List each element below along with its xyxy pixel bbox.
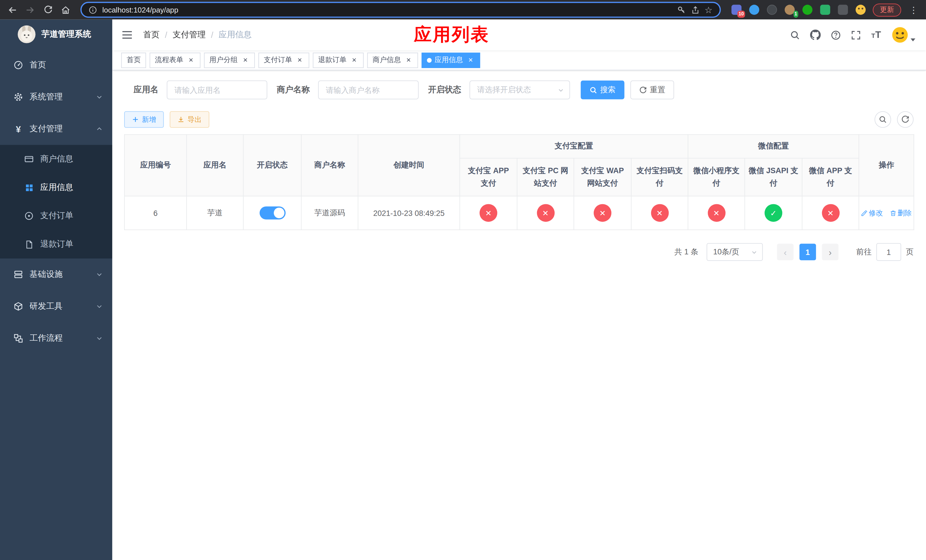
forward-button[interactable] [23,2,38,17]
password-key-icon[interactable] [677,5,686,14]
close-icon[interactable] [295,56,304,64]
col-header-app-name: 应用名 [186,135,243,196]
extension-avatar-circle[interactable]: 1 [783,3,796,16]
extension-green-square[interactable] [819,3,831,16]
share-icon[interactable] [691,6,699,14]
extensions-area: 10 1 [730,3,867,16]
reload-button[interactable] [40,2,56,17]
col-header-actions: 操作 [859,135,914,196]
close-icon[interactable] [350,56,358,64]
bookmark-star-icon[interactable]: ☆ [705,5,713,14]
sidebar-item-refund-orders[interactable]: 退款订单 [0,230,112,259]
search-button[interactable]: 搜索 [581,80,625,99]
delete-link[interactable]: 删除 [890,208,912,218]
browser-update-button[interactable]: 更新 [873,3,901,16]
chevron-down-icon [96,303,103,310]
breadcrumb-separator: / [211,30,213,39]
close-icon[interactable] [404,56,413,64]
sidebar-item-label: 工作流程 [30,333,63,344]
group-header-alipay: 支付宝配置 [460,135,688,158]
refresh-table-button[interactable] [897,111,914,128]
col-header-wechat-app: 微信 APP 支付 [802,158,859,196]
close-icon[interactable] [466,56,475,64]
tag-merchant-info[interactable]: 商户信息 [367,52,418,68]
status-toggle[interactable] [259,206,285,219]
cell-merchant: 芋道源码 [301,196,358,230]
sidebar-item-label: 首页 [30,60,46,70]
search-icon[interactable] [790,30,800,40]
sidebar-item-payment-orders[interactable]: 支付订单 [0,202,112,230]
table-row: 6 芋道 芋道源码 2021-10-23 08:49:25 [124,196,914,230]
chevron-down-icon [96,94,103,101]
close-icon[interactable] [187,56,195,64]
browser-menu-button[interactable]: ⋮ [907,3,920,16]
tag-payment-orders[interactable]: 支付订单 [258,52,309,68]
address-bar[interactable]: localhost:1024/pay/app ☆ [80,2,721,18]
user-menu[interactable] [891,26,915,44]
edit-link[interactable]: 修改 [861,208,883,218]
server-icon [13,270,24,279]
tag-home[interactable]: 首页 [121,52,146,68]
close-icon[interactable] [241,56,250,64]
help-icon[interactable] [831,30,841,40]
logo-avatar [18,25,35,43]
sidebar-logo[interactable]: 芋道管理系统 [0,20,112,49]
page-content: 应用名 商户名称 开启状态 请选择开启状态 搜索 [112,70,926,560]
status-dot-wechat-mini [708,204,725,222]
sidebar-item-merchant-info[interactable]: 商户信息 [0,145,112,174]
sidebar-item-app-info[interactable]: 应用信息 [0,173,112,202]
sidebar-item-infrastructure[interactable]: 基础设施 [0,258,112,290]
extension-blue-drop[interactable] [748,3,761,16]
yen-icon: ¥ [13,124,24,134]
caret-down-icon [911,38,915,41]
active-dot [427,58,432,62]
sidebar-item-payment[interactable]: ¥ 支付管理 [0,113,112,145]
tag-user-group[interactable]: 用户分组 [204,52,255,68]
prev-page-button[interactable]: ‹ [777,244,794,260]
add-button[interactable]: 新增 [124,111,164,128]
font-size-icon[interactable]: TT [872,30,881,39]
page-size-select[interactable]: 10条/页 [707,243,763,260]
merchant-name-input[interactable] [318,80,419,99]
show-search-button[interactable] [875,111,891,128]
extension-badge: 1 [793,11,799,18]
status-dot-alipay-scan [651,204,668,222]
sidebar-item-system[interactable]: 系统管理 [0,81,112,113]
breadcrumb-payment[interactable]: 支付管理 [172,30,206,40]
tag-refund-orders[interactable]: 退款订单 [313,52,364,68]
export-button[interactable]: 导出 [170,111,209,128]
extension-blue-square[interactable]: 10 [730,3,743,16]
total-count: 共 1 条 [674,247,698,257]
fullscreen-icon[interactable] [851,30,861,40]
github-icon[interactable] [810,30,821,40]
sidebar-item-label: 基础设施 [30,269,63,280]
reset-button[interactable]: 重置 [631,80,674,99]
status-select[interactable]: 请选择开启状态 [469,80,570,99]
extension-gray-pin[interactable] [837,3,849,16]
col-header-alipay-app: 支付宝 APP 支付 [460,158,517,196]
extension-green-circle[interactable] [801,3,814,16]
home-button[interactable] [58,2,73,17]
goto-label: 前往 [856,247,872,257]
status-select-placeholder: 请选择开启状态 [477,85,531,95]
grid-icon [24,183,34,192]
app-name-input[interactable] [167,80,267,99]
merchant-name-label: 商户名称 [277,85,310,95]
tag-app-info[interactable]: 应用信息 [422,52,480,68]
app-name-label: 应用名 [133,85,158,95]
sidebar-item-dev-tools[interactable]: 研发工具 [0,291,112,322]
extension-smiley[interactable] [855,3,867,16]
goto-page-input[interactable] [876,243,901,260]
cube-icon [13,302,24,311]
order-circle-icon [24,211,34,221]
extension-dark-circle[interactable] [766,3,778,16]
page-number-button[interactable]: 1 [800,244,816,260]
site-info-icon[interactable] [89,6,97,14]
sidebar-item-workflow[interactable]: 工作流程 [0,322,112,354]
back-button[interactable] [5,2,20,17]
tag-process-form[interactable]: 流程表单 [150,52,200,68]
sidebar-toggle[interactable] [112,20,142,50]
next-page-button[interactable]: › [822,244,838,260]
breadcrumb-home[interactable]: 首页 [143,30,160,40]
sidebar-item-home[interactable]: 首页 [0,49,112,81]
